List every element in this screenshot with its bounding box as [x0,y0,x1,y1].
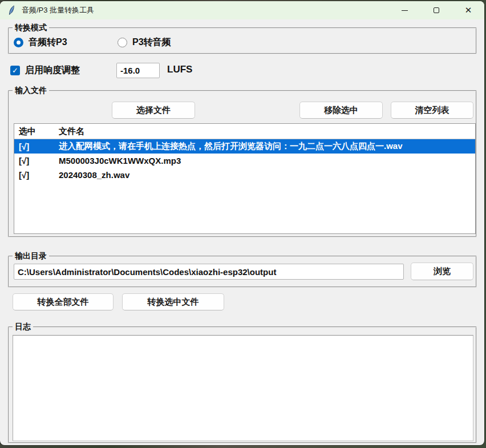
minimize-button[interactable] [388,1,420,19]
file-table: 选中 文件名 [√] 进入配网模式，请在手机上连接热点，然后打开浏览器访问：一九… [14,123,476,234]
select-files-button[interactable]: 选择文件 [112,102,195,119]
checkbox-checked-icon [10,66,20,75]
convert-selected-button[interactable]: 转换选中文件 [122,293,224,310]
titlebar[interactable]: 音频/P3 批量转换工具 ✕ [0,1,484,19]
remove-selected-button[interactable]: 移除选中 [299,102,383,119]
loudness-label: 启用响度调整 [25,64,80,76]
row-filename-cell: M500003J0cWK1WWxQX.mp3 [55,156,475,166]
radio-audio-to-p3-label: 音频转P3 [29,37,67,49]
browse-button[interactable]: 浏览 [411,263,473,280]
radio-unselected-icon [118,38,127,47]
radio-selected-icon [14,38,23,47]
table-row[interactable]: [√] 进入配网模式，请在手机上连接热点，然后打开浏览器访问：一九二点一六八点四… [14,139,475,154]
log-textarea[interactable] [13,335,473,441]
radio-audio-to-p3[interactable]: 音频转P3 [14,37,67,49]
lufs-unit-label: LUFS [167,64,192,75]
table-row[interactable]: [√] M500003J0cWK1WWxQX.mp3 [14,154,475,168]
output-dir-input[interactable] [14,264,404,280]
header-cell-filename[interactable]: 文件名 [55,126,475,137]
row-check-cell: [√] [14,142,55,151]
input-files-groupbox: 输入文件 选择文件 移除选中 清空列表 选中 文件名 [√] 进入配网模式，请在… [8,90,477,237]
row-check-cell: [√] [14,170,55,180]
log-groupbox: 日志 [8,326,477,443]
app-window: 音频/P3 批量转换工具 ✕ 转换模式 音频转P3 P3转音频 启用响度调整 L… [0,1,484,445]
table-row[interactable]: [√] 20240308_zh.wav [14,168,475,182]
lufs-input[interactable] [116,63,160,78]
mode-group-label: 转换模式 [13,22,49,34]
window-controls: ✕ [388,1,484,19]
maximize-icon [434,7,439,13]
window-title: 音频/P3 批量转换工具 [22,5,94,15]
input-files-group-label: 输入文件 [13,85,49,96]
mode-groupbox: 转换模式 音频转P3 P3转音频 [8,27,477,54]
loudness-checkbox[interactable]: 启用响度调整 [10,63,80,78]
minimize-icon [402,10,408,11]
row-filename-cell: 进入配网模式，请在手机上连接热点，然后打开浏览器访问：一九二点一六八点四点一.w… [55,141,475,152]
header-cell-checked[interactable]: 选中 [14,126,55,137]
file-table-header[interactable]: 选中 文件名 [14,124,475,139]
app-feather-icon [7,5,17,15]
radio-p3-to-audio-label: P3转音频 [132,37,171,49]
clear-list-button[interactable]: 清空列表 [391,102,473,119]
radio-p3-to-audio[interactable]: P3转音频 [118,37,171,49]
output-dir-groupbox: 输出目录 浏览 [8,256,477,288]
row-check-cell: [√] [14,156,55,166]
log-group-label: 日志 [13,321,33,333]
row-filename-cell: 20240308_zh.wav [55,170,475,180]
close-button[interactable]: ✕ [452,1,484,19]
close-icon: ✕ [465,6,472,15]
convert-all-button[interactable]: 转换全部文件 [13,293,114,310]
output-dir-group-label: 输出目录 [13,251,49,262]
maximize-button[interactable] [420,1,452,19]
